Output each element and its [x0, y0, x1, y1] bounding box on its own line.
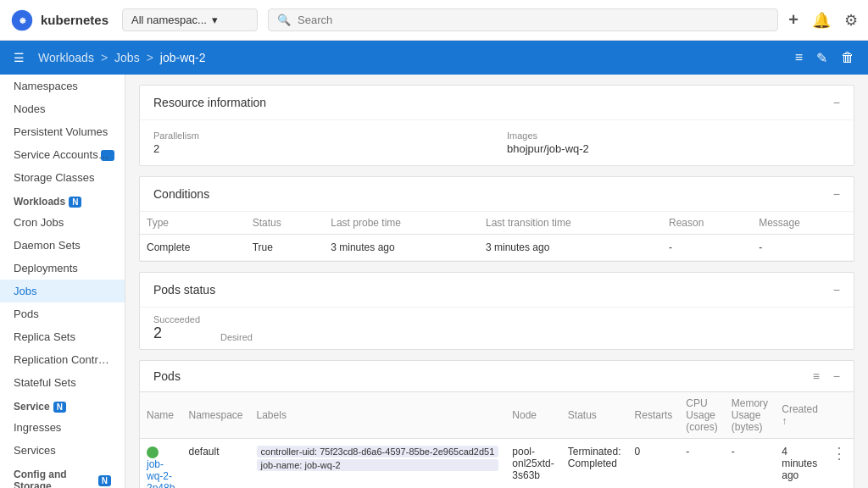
col-last-probe: Last probe time [324, 212, 479, 235]
sidebar-section-config: Config and Storage N [0, 462, 125, 488]
sidebar-item-stateful-sets[interactable]: Stateful Sets [0, 371, 125, 394]
col-memory: Memory Usage (bytes) [725, 392, 775, 439]
config-badge: N [98, 475, 111, 486]
edit-icon[interactable]: ✎ [816, 50, 827, 66]
resource-info-collapse-btn[interactable]: − [833, 96, 840, 109]
col-restarts: Restarts [628, 392, 680, 439]
images-item: Images bhojpur/job-wq-2 [507, 130, 840, 155]
namespace-label: All namespac... [131, 14, 207, 26]
condition-reason: - [662, 235, 752, 261]
label-chip: controller-uid: 75f23cd8-d6a6-4597-85be-… [257, 446, 499, 458]
condition-last-probe: 3 minutes ago [324, 235, 479, 261]
pods-card: Pods ≡ − Name Namespace Labels Node Stat… [139, 360, 854, 488]
sidebar-item-storage-classes[interactable]: Storage Classes [0, 166, 125, 189]
breadcrumb-actions: ≡ ✎ 🗑 [795, 50, 854, 66]
top-bar: ⎈ kubernetes All namespac... ▾ 🔍 + 🔔 ⚙ [0, 0, 868, 41]
sidebar-item-persistent-volumes[interactable]: Persistent Volumes [0, 120, 125, 143]
pod-node: pool-onl25xtd-3s63b [505, 439, 560, 489]
service-badge: N [53, 402, 66, 413]
breadcrumb-bar: ☰ Workloads > Jobs > job-wq-2 ≡ ✎ 🗑 [0, 41, 868, 75]
resource-info-title: Resource information [153, 96, 266, 109]
conditions-title: Conditions [153, 187, 209, 201]
list-view-icon[interactable]: ≡ [795, 50, 803, 65]
parallelism-item: Parallelism 2 [153, 130, 487, 155]
pods-title: Pods [153, 369, 181, 383]
resource-info-card: Resource information − Parallelism 2 Ima… [139, 85, 854, 166]
pod-status-dot [147, 446, 159, 458]
condition-status: True [246, 235, 325, 261]
delete-icon[interactable]: 🗑 [841, 50, 854, 65]
succeeded-value: 2 [153, 324, 200, 342]
service-label: Service [14, 401, 50, 413]
col-last-transition: Last transition time [479, 212, 662, 235]
conditions-collapse-btn[interactable]: − [833, 187, 840, 201]
pod-namespace: default [181, 439, 249, 489]
add-icon[interactable]: + [788, 10, 798, 30]
pods-collapse-btn[interactable]: − [833, 369, 840, 383]
sidebar-item-nodes[interactable]: Nodes [0, 97, 125, 120]
col-cpu: CPU Usage (cores) [679, 392, 724, 439]
pod-name-link[interactable]: job-wq-2-2p48b [147, 458, 175, 488]
pods-table-header-row: Name Namespace Labels Node Status Restar… [140, 392, 854, 439]
sidebar-item-services[interactable]: Services [0, 439, 125, 462]
pods-status-card: Pods status − Succeeded 2 Desired [139, 272, 854, 350]
conditions-table-header-row: Type Status Last probe time Last transit… [140, 212, 854, 235]
col-actions [825, 392, 854, 439]
sidebar: Namespaces Nodes Persistent Volumes Serv… [0, 75, 125, 488]
label-chip: job-name: job-wq-2 [257, 459, 499, 471]
breadcrumb-jobs[interactable]: Jobs [114, 51, 140, 64]
sidebar-item-ingresses[interactable]: Ingresses [0, 416, 125, 439]
images-label: Images [507, 130, 840, 141]
pod-cpu: - [679, 439, 724, 489]
pods-status-row: Succeeded 2 Desired [140, 308, 854, 349]
sidebar-item-replication-controllers[interactable]: Replication Controllers [0, 348, 125, 371]
succeeded-item: Succeeded 2 [153, 314, 200, 342]
pods-table: Name Namespace Labels Node Status Restar… [140, 392, 854, 488]
resource-info-header: Resource information − [140, 86, 854, 120]
breadcrumb-workloads[interactable]: Workloads [38, 51, 94, 64]
sidebar-item-daemon-sets[interactable]: Daemon Sets [0, 234, 125, 257]
sidebar-section-workloads: Workloads N [0, 189, 125, 211]
sidebar-item-service-accounts[interactable]: Service Accounts N [0, 143, 125, 166]
parallelism-label: Parallelism [153, 130, 487, 141]
pod-more-btn[interactable]: ⋮ [825, 439, 854, 489]
pod-restarts: 0 [628, 439, 680, 489]
settings-icon[interactable]: ⚙ [844, 11, 858, 30]
condition-type: Complete [140, 235, 246, 261]
pods-header-actions: ≡ − [813, 369, 840, 383]
namespace-select[interactable]: All namespac... ▾ [122, 8, 258, 31]
sidebar-item-pods[interactable]: Pods [0, 302, 125, 325]
pods-status-header: Pods status − [140, 273, 854, 308]
sidebar-item-jobs[interactable]: Jobs [0, 280, 125, 302]
workloads-badge: N [69, 197, 81, 208]
images-value: bhojpur/job-wq-2 [507, 142, 840, 155]
pods-filter-icon[interactable]: ≡ [813, 369, 820, 383]
pods-card-header: Pods ≡ − [140, 361, 854, 392]
sidebar-item-replica-sets[interactable]: Replica Sets [0, 325, 125, 348]
parallelism-value: 2 [153, 142, 487, 155]
notification-icon[interactable]: 🔔 [812, 11, 831, 30]
resource-info-body: Parallelism 2 Images bhojpur/job-wq-2 [140, 120, 854, 165]
conditions-body: Type Status Last probe time Last transit… [140, 212, 854, 261]
config-label: Config and Storage [14, 469, 95, 488]
search-input[interactable] [298, 14, 769, 26]
logo-area: ⎈ kubernetes [10, 8, 112, 32]
pods-table-container: Name Namespace Labels Node Status Restar… [140, 392, 854, 488]
succeeded-label: Succeeded [153, 314, 200, 324]
layout: Namespaces Nodes Persistent Volumes Serv… [0, 75, 868, 488]
table-row: Complete True 3 minutes ago 3 minutes ag… [140, 235, 854, 261]
search-icon: 🔍 [277, 14, 291, 26]
pods-status-collapse-btn[interactable]: − [833, 283, 840, 297]
pod-memory: - [725, 439, 775, 489]
condition-message: - [752, 235, 854, 261]
resource-info-grid: Parallelism 2 Images bhojpur/job-wq-2 [153, 130, 840, 155]
breadcrumb-current: job-wq-2 [160, 51, 206, 64]
sidebar-toggle-icon[interactable]: ☰ [14, 51, 25, 64]
sidebar-item-cron-jobs[interactable]: Cron Jobs [0, 211, 125, 234]
kubernetes-logo-icon: ⎈ [10, 8, 34, 32]
col-message: Message [752, 212, 854, 235]
sidebar-item-deployments[interactable]: Deployments [0, 257, 125, 280]
pod-status: Terminated: Completed [561, 439, 628, 489]
sidebar-item-namespaces[interactable]: Namespaces [0, 75, 125, 97]
sidebar-section-service: Service N [0, 394, 125, 416]
